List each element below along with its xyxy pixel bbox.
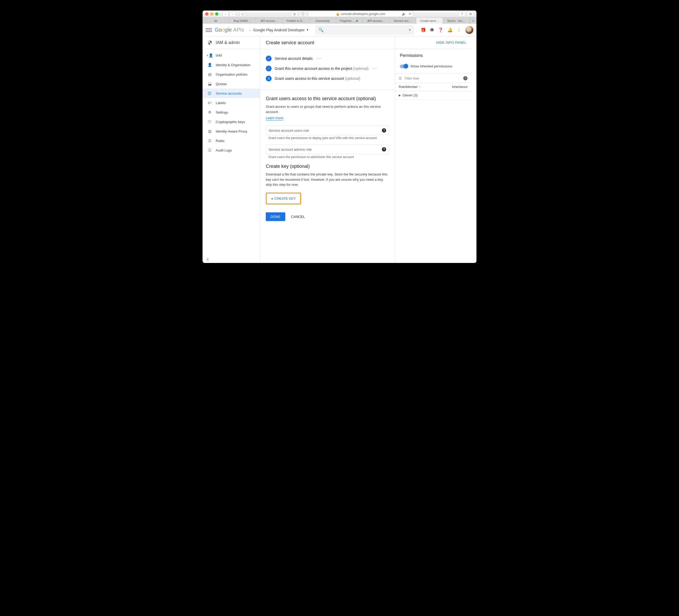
sidebar-item-quotas[interactable]: ⬓Quotas (202, 79, 260, 89)
browser-tab-active[interactable]: Create servi… (416, 18, 443, 24)
project-name: Google Play Android Developer (253, 28, 304, 32)
table-row[interactable]: ▶ Owner (3) (395, 91, 471, 100)
step-2[interactable]: ✓ Grant this service account access to t… (266, 63, 389, 73)
grant-heading: Grant users access to this service accou… (266, 96, 389, 101)
list-icon: ☰ (207, 148, 212, 152)
sidebar-item-iam[interactable]: +👤IAM (202, 51, 260, 60)
avatar[interactable] (465, 26, 473, 34)
sidebar-item-identity[interactable]: 👤Identity & Organisation (202, 60, 260, 69)
traffic-lights (205, 12, 218, 16)
sidebar-toggle-button[interactable]: ◫ (239, 11, 246, 17)
collapse-sidebar-button[interactable]: ‹| (202, 255, 260, 263)
sidebar-item-roles[interactable]: ☰Roles (202, 136, 260, 146)
chevron-down-icon[interactable]: ▼ (409, 28, 411, 31)
sidebar-item-service-accounts[interactable]: ⚿Service accounts (202, 89, 260, 98)
google-apis-logo[interactable]: Google APIs (215, 27, 244, 33)
toggle-label: Show inherited permissions (410, 64, 452, 68)
speaker-icon[interactable]: 🔊 (402, 12, 406, 16)
extension-button-1[interactable]: ◎ (291, 11, 298, 17)
reload-icon[interactable]: ⟳ (409, 12, 411, 16)
quota-icon: ⬓ (207, 82, 212, 86)
search-input[interactable] (326, 28, 406, 32)
permissions-heading: Permissions (395, 49, 471, 62)
browser-tab[interactable]: API access… (256, 18, 283, 24)
chevron-down-icon: ▼ (306, 28, 309, 31)
filter-icon[interactable]: ☰ (399, 76, 402, 80)
sidebar-title: IAM & admin (202, 36, 260, 49)
help-icon[interactable]: ? (463, 76, 467, 80)
extension-button-2[interactable]: ⓘ (299, 11, 306, 17)
plus-icon: + (271, 196, 273, 201)
sidebar-item-audit[interactable]: ☰Audit Logs (202, 146, 260, 155)
create-key-highlight: + CREATE KEY (266, 193, 301, 205)
browser-tab[interactable]: Stores · Sm… (443, 18, 470, 24)
column-inheritance[interactable]: Inheritance (452, 85, 467, 89)
menu-icon[interactable] (206, 27, 212, 33)
forward-button[interactable]: › (230, 11, 236, 17)
browser-tab[interactable]: Fragmen…🔊 (336, 18, 363, 24)
search-bar[interactable]: 🔍 ▼ (315, 25, 414, 35)
cancel-button[interactable]: CANCEL (291, 215, 305, 219)
speaker-icon: 🔊 (356, 19, 359, 22)
create-key-heading: Create key (optional) (266, 164, 389, 169)
hide-info-panel-button[interactable]: HIDE INFO PANEL (436, 40, 466, 44)
browser-tab[interactable]: Publish to G… (283, 18, 309, 24)
step-3: 3 Grant users access to this service acc… (266, 73, 389, 84)
page-title: Create service account (260, 36, 395, 49)
browser-tab[interactable]: de (202, 18, 229, 24)
learn-more-link[interactable]: Learn more (266, 116, 283, 120)
info-panel: HIDE INFO PANEL Permissions Show inherit… (395, 36, 471, 263)
create-key-description: Download a file that contains the privat… (266, 172, 389, 187)
browser-tab[interactable]: Grammarly (310, 18, 336, 24)
tabs-button[interactable]: ⧉ (467, 11, 474, 17)
alert-icon[interactable]: ❶ (430, 27, 434, 32)
users-role-input[interactable]: Service account users role ? (266, 126, 389, 135)
maximize-window-icon[interactable] (215, 12, 218, 16)
admins-role-input[interactable]: Service account admins role ? (266, 145, 389, 154)
users-role-hint: Grant users the permissions to deploy jo… (268, 136, 389, 140)
gear-icon: ⚙ (207, 110, 212, 114)
done-button[interactable]: DONE (266, 212, 285, 221)
step-number-icon: 3 (266, 75, 271, 82)
project-icon: ⬪⬪ (249, 28, 251, 32)
sidebar-item-orgpolicies[interactable]: ▤Organisation policies (202, 69, 260, 79)
app-header: Google APIs ⬪⬪ Google Play Android Devel… (202, 24, 477, 36)
grant-description: Grant access to users or groups that nee… (266, 104, 389, 114)
column-role-member[interactable]: Role/Member ↑ (399, 85, 452, 89)
url-bar[interactable]: 🔒 console.developers.google.com 🔊 ⟳ (308, 11, 413, 17)
service-account-icon: ⚿ (207, 91, 212, 95)
proxy-icon: ▥ (207, 129, 212, 133)
inherited-permissions-toggle[interactable] (400, 65, 408, 68)
check-icon: ✓ (266, 56, 271, 61)
person-add-icon: +👤 (207, 53, 212, 57)
arrow-up-icon: ↑ (419, 85, 420, 89)
key-shield-icon: 🛡 (207, 120, 212, 124)
project-selector[interactable]: ⬪⬪ Google Play Android Developer ▼ (249, 28, 309, 32)
help-icon[interactable]: ? (382, 147, 386, 152)
create-key-button[interactable]: + CREATE KEY (267, 194, 300, 203)
sidebar-item-crypto[interactable]: 🛡Cryptographic keys (202, 117, 260, 126)
sidebar-item-iap[interactable]: ▥Identity-Aware Proxy (202, 126, 260, 136)
browser-tab[interactable]: API access… (363, 18, 389, 24)
browser-tab[interactable]: Bug 59400:… (229, 18, 256, 24)
new-tab-button[interactable]: + (470, 18, 477, 24)
browser-tab[interactable]: Service acc… (390, 18, 416, 24)
stepper: ✓ Service account details ✓ Grant this s… (260, 49, 395, 90)
filter-input[interactable]: Filter tree (405, 76, 461, 80)
more-icon[interactable]: ⋮ (457, 27, 461, 32)
minimize-window-icon[interactable] (210, 12, 213, 16)
help-icon[interactable]: ? (382, 128, 386, 132)
sidebar: IAM & admin +👤IAM 👤Identity & Organisati… (202, 36, 260, 263)
close-window-icon[interactable] (205, 12, 208, 16)
help-icon[interactable]: ❓ (438, 27, 443, 32)
sidebar-item-settings[interactable]: ⚙Settings (202, 107, 260, 117)
share-button[interactable]: ⤴ (458, 11, 465, 17)
gift-icon[interactable]: 🎁 (421, 27, 426, 32)
back-button[interactable]: ‹ (222, 11, 229, 17)
sidebar-item-labels[interactable]: 🏷Labels (202, 98, 260, 107)
expand-icon[interactable]: ▶ (399, 94, 401, 97)
step-1[interactable]: ✓ Service account details (266, 54, 389, 63)
lock-icon: 🔒 (336, 12, 340, 16)
bell-icon[interactable]: 🔔 (448, 27, 453, 32)
search-icon: 🔍 (318, 27, 324, 32)
